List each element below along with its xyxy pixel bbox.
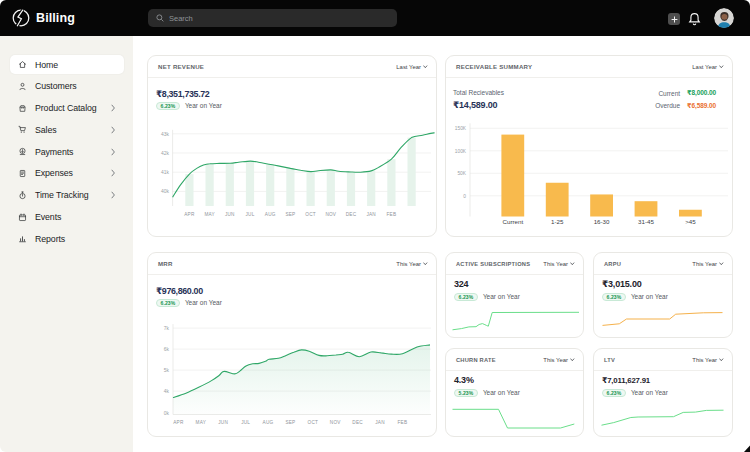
card-net-revenue: NET REVENUE Last Year ₹8,351,735.72 6.23… — [147, 55, 437, 237]
svg-text:>45: >45 — [685, 218, 696, 225]
sidebar-item-label: Product Catalog — [35, 103, 97, 113]
period-dropdown[interactable]: This Year — [543, 357, 575, 363]
period-dropdown[interactable]: This Year — [543, 261, 575, 267]
search-input[interactable]: Search — [148, 9, 397, 27]
notifications-button[interactable] — [688, 12, 701, 26]
growth-badge: 6.23% — [156, 299, 180, 308]
chevron-down-icon — [719, 262, 724, 265]
svg-text:AUG: AUG — [265, 212, 276, 217]
card-arpu: ARPU This Year ₹3,015.00 6.23% Year on Y… — [593, 252, 733, 338]
app-window: Billing Search — [0, 0, 750, 452]
current-label: Current — [658, 90, 680, 97]
add-new-button[interactable] — [668, 13, 680, 25]
card-title: NET REVENUE — [158, 63, 204, 70]
sidebar-item-expenses[interactable]: Expenses — [10, 164, 124, 183]
expenses-icon — [18, 169, 27, 178]
total-receivables-label: Total Recievables — [453, 89, 504, 96]
period-dropdown[interactable]: This Year — [692, 357, 724, 363]
sidebar-item-payments[interactable]: Payments — [10, 142, 124, 161]
svg-text:1-25: 1-25 — [551, 218, 564, 225]
card-churn-rate: CHURN RATE This Year 4.3% 5.23% Year on … — [445, 348, 584, 437]
customers-icon — [18, 82, 27, 91]
sidebar-item-product-catalog[interactable]: Product Catalog — [10, 99, 124, 118]
net-revenue-chart: 43k42k41k40kAPRMAYJUNJULAUGSEPOCTNOVDECJ… — [148, 56, 436, 236]
active-subscriptions-value: 324 — [454, 279, 468, 289]
svg-text:40k: 40k — [161, 189, 169, 194]
reports-icon — [18, 234, 27, 243]
search-icon — [156, 14, 164, 22]
sidebar-item-label: Reports — [35, 234, 65, 244]
badge-caption: Year on Year — [631, 293, 668, 300]
sidebar-item-time-tracking[interactable]: Time Tracking — [10, 186, 124, 205]
brand: Billing — [12, 9, 75, 27]
user-avatar[interactable] — [714, 8, 734, 28]
svg-text:JAN: JAN — [375, 420, 384, 425]
churn-rate-value: 4.3% — [454, 375, 474, 385]
badge-caption: Year on Year — [483, 293, 520, 300]
badge-caption: Year on Year — [185, 102, 222, 109]
svg-text:6k: 6k — [164, 347, 170, 352]
card-title: CHURN RATE — [456, 357, 496, 363]
bell-icon — [688, 12, 701, 26]
main-content: NET REVENUE Last Year ₹8,351,735.72 6.23… — [133, 36, 750, 452]
badge-caption: Year on Year — [483, 389, 520, 396]
card-title: LTV — [604, 357, 615, 363]
svg-text:FEB: FEB — [398, 420, 408, 425]
payments-icon — [18, 147, 27, 156]
card-mrr: MRR This Year ₹976,860.00 6.23% Year on … — [147, 252, 437, 437]
card-receivable-summary: RECEIVABLE SUMMARY Last Year Total Recie… — [445, 55, 733, 237]
svg-text:AUG: AUG — [263, 420, 274, 425]
badge-caption: Year on Year — [185, 299, 222, 306]
chevron-down-icon — [570, 262, 575, 265]
sidebar-item-home[interactable]: Home — [10, 55, 124, 74]
card-title: MRR — [158, 260, 173, 267]
svg-text:DEC: DEC — [352, 420, 363, 425]
card-active-subscriptions: ACTIVE SUBSCRIPTIONS This Year 324 6.23%… — [445, 252, 584, 338]
svg-text:0k: 0k — [164, 411, 170, 416]
svg-text:100K: 100K — [455, 149, 467, 154]
sidebar-item-label: Expenses — [35, 168, 73, 178]
overdue-value: ₹6,589.00 — [687, 102, 716, 110]
badge-caption: Year on Year — [631, 389, 668, 396]
growth-badge: 6.23% — [602, 293, 626, 302]
svg-text:APR: APR — [184, 212, 195, 217]
svg-text:APR: APR — [173, 420, 184, 425]
events-icon — [18, 213, 27, 222]
chevron-down-icon — [719, 65, 724, 68]
card-ltv: LTV This Year ₹7,011,627.91 6.23% Year o… — [593, 348, 733, 437]
card-title: ARPU — [604, 261, 621, 267]
chevron-right-icon — [111, 169, 115, 177]
svg-text:41k: 41k — [161, 170, 169, 175]
topbar: Billing Search — [0, 0, 750, 36]
billing-logo-icon — [12, 9, 30, 27]
sidebar-item-label: Sales — [35, 125, 57, 135]
svg-text:MAY: MAY — [204, 212, 215, 217]
svg-text:NOV: NOV — [325, 212, 336, 217]
period-dropdown[interactable]: Last Year — [692, 64, 724, 70]
period-dropdown[interactable]: This Year — [692, 261, 724, 267]
chevron-down-icon — [570, 358, 575, 361]
card-title: RECEIVABLE SUMMARY — [456, 63, 532, 70]
svg-text:FEB: FEB — [387, 212, 397, 217]
growth-badge: 6.23% — [454, 293, 478, 302]
sidebar-item-label: Payments — [35, 147, 73, 157]
current-value: ₹8,000.00 — [687, 89, 716, 97]
chevron-right-icon — [111, 191, 115, 199]
svg-text:43k: 43k — [161, 132, 169, 137]
sidebar-item-customers[interactable]: Customers — [10, 77, 124, 96]
svg-text:7k: 7k — [164, 326, 170, 331]
sidebar-item-label: Time Tracking — [35, 190, 89, 200]
period-dropdown[interactable]: Last Year — [396, 64, 428, 70]
chevron-down-icon — [423, 262, 428, 265]
sidebar-item-sales[interactable]: Sales — [10, 120, 124, 139]
sidebar-item-reports[interactable]: Reports — [10, 229, 124, 248]
search-placeholder: Search — [169, 14, 193, 23]
svg-text:JUL: JUL — [241, 420, 250, 425]
mrr-chart: 7k6k5k4k0kAPRMAYJUNJULAUGSEPOCTNOVDECJAN… — [148, 253, 436, 436]
sidebar-item-events[interactable]: Events — [10, 208, 124, 227]
svg-text:31-45: 31-45 — [638, 218, 654, 225]
mouse-cursor — [744, 445, 750, 452]
svg-text:MAY: MAY — [196, 420, 207, 425]
period-dropdown[interactable]: This Year — [396, 261, 428, 267]
product-catalog-icon — [18, 104, 27, 113]
